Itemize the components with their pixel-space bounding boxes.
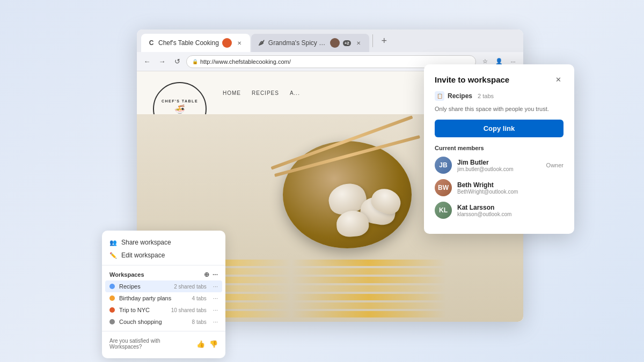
- satisfaction-text: Are you satisfied with Workspaces?: [109, 338, 192, 350]
- ws-dot-recipes: [109, 284, 115, 289]
- invite-modal: Invite to workspace ✕ 📋 Recipes 2 tabs O…: [424, 64, 574, 234]
- modal-header: Invite to workspace ✕: [435, 74, 564, 85]
- workspace-item-nyc[interactable]: Trip to NYC 10 shared tabs ···: [102, 304, 225, 316]
- ws-more-nyc[interactable]: ···: [213, 307, 218, 313]
- workspaces-header: Workspaces ⊕ ···: [102, 269, 225, 280]
- tab-secondary[interactable]: 🌶 Grandma's Spicy Kitchen +2 ✕: [251, 34, 369, 52]
- share-icon: 👥: [109, 239, 117, 246]
- ws-dot-nyc: [109, 307, 115, 313]
- ws-name-couch: Couch shopping: [119, 319, 188, 325]
- member-email-kat: klarsson@outlook.com: [457, 211, 564, 217]
- workspace-add-button[interactable]: ⊕: [204, 271, 209, 278]
- workspace-tag-name: Recipes: [448, 92, 472, 100]
- lock-icon: 🔒: [192, 59, 198, 64]
- nav-home[interactable]: HOME: [223, 90, 241, 96]
- tab-favicon-1: C: [148, 39, 155, 47]
- member-email-beth: BethWright@outlook.com: [457, 189, 564, 195]
- copy-link-button[interactable]: Copy link: [435, 120, 564, 137]
- sidebar-divider: [102, 265, 225, 265]
- tab-avatar-1: [222, 38, 232, 48]
- tab-active[interactable]: C Chef's Table Cooking ✕: [141, 34, 250, 52]
- member-avatar-beth: BW: [435, 179, 452, 196]
- tab-avatar-2: [330, 38, 340, 48]
- members-section-title: Current members: [435, 145, 564, 151]
- logo-icon: 🍜: [174, 104, 186, 114]
- modal-close-button[interactable]: ✕: [553, 74, 564, 85]
- ws-more-birthday[interactable]: ···: [213, 295, 218, 301]
- modal-title: Invite to workspace: [435, 75, 509, 84]
- member-avatar-kat: KL: [435, 202, 452, 219]
- member-row-beth: BW Beth Wright BethWright@outlook.com: [435, 179, 564, 196]
- ws-more-recipes[interactable]: ···: [213, 283, 218, 290]
- member-name-beth: Beth Wright: [457, 181, 564, 189]
- tab-avatar-badge: +2: [343, 40, 351, 46]
- workspace-tag-icon: 📋: [435, 91, 444, 101]
- ws-count-recipes: 2 shared tabs: [174, 284, 207, 290]
- member-info-jim: Jim Butler jim.butler@outlook.com: [457, 159, 541, 172]
- member-info-beth: Beth Wright BethWright@outlook.com: [457, 181, 564, 195]
- tab-close-1[interactable]: ✕: [235, 39, 244, 47]
- tab-divider: [372, 34, 373, 47]
- ws-dot-birthday: [109, 295, 115, 301]
- tab-bar: C Chef's Table Cooking ✕ 🌶 Grandma's Spi…: [137, 29, 523, 52]
- workspace-item-couch[interactable]: Couch shopping 8 tabs ···: [102, 316, 225, 328]
- tab-title-1: Chef's Table Cooking: [158, 39, 219, 47]
- ws-name-nyc: Trip to NYC: [119, 307, 167, 313]
- thumbs-up-button[interactable]: 👍: [196, 340, 205, 348]
- workspace-sidebar: 👥 Share workspace ✏️ Edit workspace Work…: [102, 231, 225, 358]
- ws-name-recipes: Recipes: [119, 283, 170, 290]
- ws-count-couch: 8 tabs: [192, 319, 207, 325]
- nav-about[interactable]: A...: [290, 90, 300, 96]
- tab-close-2[interactable]: ✕: [354, 39, 363, 47]
- sidebar-divider-2: [102, 331, 225, 331]
- invite-description: Only share this space with people you tr…: [435, 105, 564, 113]
- member-avatar-jim: JB: [435, 157, 452, 174]
- ws-dot-couch: [109, 319, 115, 324]
- back-button[interactable]: ←: [141, 56, 153, 68]
- ws-count-birthday: 4 tabs: [192, 295, 207, 301]
- member-email-jim: jim.butler@outlook.com: [457, 166, 541, 172]
- workspace-tag: 📋 Recipes 2 tabs: [435, 91, 564, 101]
- bowl: [261, 125, 433, 275]
- edit-icon: ✏️: [109, 252, 117, 259]
- member-name-jim: Jim Butler: [457, 159, 541, 166]
- workspace-header-actions: ⊕ ···: [204, 271, 218, 278]
- reload-button[interactable]: ↺: [171, 56, 183, 68]
- member-role-jim: Owner: [546, 162, 564, 168]
- forward-button[interactable]: →: [156, 56, 168, 68]
- member-row-jim: JB Jim Butler jim.butler@outlook.com Own…: [435, 157, 564, 174]
- new-tab-button[interactable]: +: [376, 33, 392, 49]
- ws-count-nyc: 10 shared tabs: [171, 307, 207, 313]
- tab-favicon-2: 🌶: [258, 39, 265, 47]
- tab-title-2: Grandma's Spicy Kitchen: [268, 39, 327, 47]
- thumbs-down-button[interactable]: 👎: [209, 340, 218, 348]
- workspace-more-button[interactable]: ···: [213, 271, 218, 278]
- ws-more-couch[interactable]: ···: [213, 319, 218, 325]
- ws-name-birthday: Birthday party plans: [119, 295, 188, 301]
- workspace-item-birthday[interactable]: Birthday party plans 4 tabs ···: [102, 292, 225, 304]
- workspaces-title: Workspaces: [109, 271, 144, 278]
- member-name-kat: Kat Larsson: [457, 204, 564, 211]
- edit-workspace-label: Edit workspace: [121, 252, 165, 259]
- member-info-kat: Kat Larsson klarsson@outlook.com: [457, 204, 564, 217]
- workspace-tag-count: 2 tabs: [478, 93, 494, 99]
- workspace-item-recipes[interactable]: Recipes 2 shared tabs ···: [105, 280, 222, 292]
- member-row-kat: KL Kat Larsson klarsson@outlook.com: [435, 202, 564, 219]
- logo-text-top: CHEF'S TABLE: [162, 99, 198, 103]
- address-text: http://www.chefstablecooking.com/: [200, 58, 291, 65]
- satisfaction-row: Are you satisfied with Workspaces? 👍 👎: [102, 335, 225, 353]
- edit-workspace-button[interactable]: ✏️ Edit workspace: [102, 249, 225, 262]
- share-workspace-label: Share workspace: [121, 239, 171, 246]
- share-workspace-button[interactable]: 👥 Share workspace: [102, 236, 225, 249]
- nav-recipes[interactable]: RECIPES: [252, 90, 279, 96]
